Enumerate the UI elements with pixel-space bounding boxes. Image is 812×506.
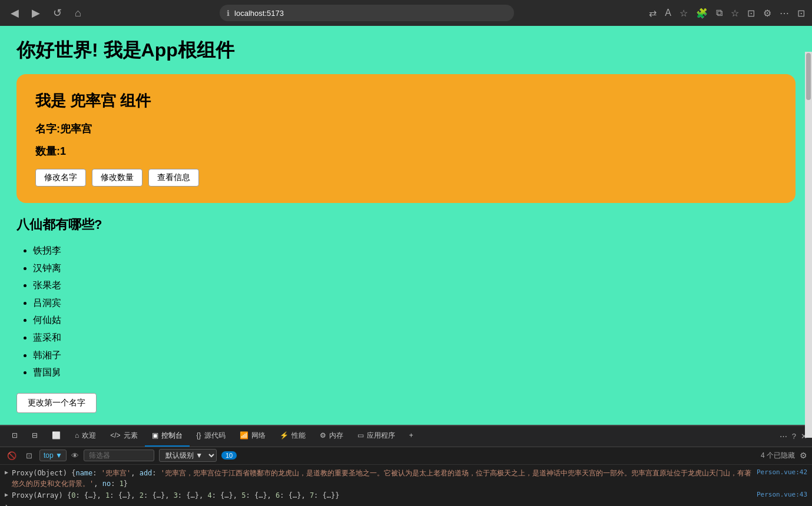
- view-info-button[interactable]: 查看信息: [148, 169, 199, 187]
- font-icon[interactable]: A: [665, 8, 671, 18]
- address-bar[interactable]: ℹ localhost:5173: [220, 5, 514, 21]
- screenshot-icon[interactable]: ⊡: [747, 8, 755, 19]
- console-input-line: ❯: [5, 501, 807, 506]
- nav-back-button[interactable]: ◀: [7, 4, 22, 22]
- nav-forward-button[interactable]: ▶: [28, 4, 44, 22]
- panel-icon: ⬜: [52, 431, 61, 440]
- more-tabs-icon: +: [409, 431, 413, 440]
- list-item: 曹国舅: [33, 364, 796, 381]
- console-line: ▶ Proxy(Array) {0: {…}, 1: {…}, 2: {…}, …: [5, 490, 807, 501]
- immortals-section: 八仙都有哪些? 铁拐李 汉钟离 张果老 吕洞宾 何仙姑 蓝采和 韩湘子 曹国舅 …: [16, 216, 796, 413]
- devtools-tab-application[interactable]: ▭ 应用程序: [350, 425, 402, 447]
- home-icon: ⌂: [75, 431, 79, 440]
- devtools-icon[interactable]: ⚙: [763, 8, 771, 19]
- devtools-tab-panel[interactable]: ⬜: [45, 425, 68, 447]
- devtools-tab-performance[interactable]: ⚡ 性能: [273, 425, 313, 447]
- list-item: 韩湘子: [33, 347, 796, 364]
- scrollbar-thumb[interactable]: [806, 53, 811, 100]
- console-icon: ▣: [152, 431, 158, 440]
- filter-input[interactable]: [84, 450, 154, 461]
- url-text: localhost:5173: [234, 9, 284, 18]
- modify-name-button[interactable]: 修改名字: [35, 169, 86, 187]
- devtools-settings-icon[interactable]: ⚙: [800, 451, 807, 460]
- tab-welcome-label: 欢迎: [82, 431, 96, 441]
- memory-icon: ⚙: [320, 431, 326, 440]
- list-item: 蓝采和: [33, 329, 796, 347]
- top-select[interactable]: top ▼: [39, 450, 67, 461]
- list-item: 吕洞宾: [33, 294, 796, 312]
- perf-icon: ⚡: [280, 431, 289, 440]
- expand-icon[interactable]: ▶: [5, 490, 8, 499]
- split-icon[interactable]: ⧉: [716, 8, 722, 18]
- app-icon: ▭: [357, 431, 364, 440]
- collapse-console-button[interactable]: ⊡: [24, 450, 35, 461]
- list-item: 汉钟离: [33, 259, 796, 277]
- tab-console-label: 控制台: [161, 431, 183, 441]
- console-source-2[interactable]: Person.vue:43: [757, 490, 807, 500]
- console-text: Proxy(Array) {0: {…}, 1: {…}, 2: {…}, 3:…: [12, 490, 753, 501]
- elements-icon: </>: [110, 431, 120, 440]
- expand-icon[interactable]: ▶: [5, 468, 8, 477]
- devtools-toolbar: 🚫 ⊡ top ▼ 👁 默认级别 ▼ 10 4 个已隐藏 ⚙: [0, 447, 812, 465]
- tab-sources-label: 源代码: [204, 431, 226, 441]
- devtools-tab-dock2[interactable]: ⊟: [25, 425, 45, 447]
- devtools-tabs-right: ⋯ ? ✕: [780, 432, 807, 441]
- star-icon[interactable]: ☆: [680, 8, 688, 19]
- page-scrollbar[interactable]: [805, 52, 812, 438]
- devtools-tabs: ⊡ ⊟ ⬜ ⌂ 欢迎 </> 元素 ▣ 控制台 {} 源代码 📶 网络 ⚡: [0, 426, 812, 447]
- devtools-tab-memory[interactable]: ⚙ 内存: [313, 425, 350, 447]
- component-card: 我是 兜率宫 组件 名字:兜率宫 数量:1 修改名字 修改数量 查看信息: [16, 74, 796, 203]
- clear-console-button[interactable]: 🚫: [5, 450, 19, 461]
- change-first-name-button[interactable]: 更改第一个名字: [16, 393, 97, 413]
- devtools-tab-more[interactable]: +: [402, 425, 420, 447]
- tab-application-label: 应用程序: [367, 431, 395, 441]
- immortals-list: 铁拐李 汉钟离 张果老 吕洞宾 何仙姑 蓝采和 韩湘子 曹国舅: [16, 242, 796, 381]
- undock-icon: ⊡: [12, 431, 18, 440]
- count-field: 数量:1: [35, 144, 777, 158]
- more-icon[interactable]: ⋯: [780, 8, 789, 19]
- nav-refresh-button[interactable]: ↺: [49, 4, 65, 22]
- list-item: 何仙姑: [33, 311, 796, 329]
- hidden-count-label: 4 个已隐藏: [761, 451, 795, 461]
- sources-icon: {}: [197, 431, 201, 440]
- console-line: ▶ Proxy(Object) {name: '兜率宫', add: '兜率宫，…: [5, 467, 807, 490]
- immortals-title: 八仙都有哪些?: [16, 216, 796, 234]
- tab-performance-label: 性能: [291, 431, 306, 441]
- console-text: Proxy(Object) {name: '兜率宫', add: '兜率宫，兜率…: [12, 468, 753, 489]
- devtools-tab-network[interactable]: 📶 网络: [233, 425, 273, 447]
- modify-count-button[interactable]: 修改数量: [92, 169, 142, 187]
- dock-icon: ⊟: [32, 431, 38, 440]
- page-title: 你好世界! 我是App根组件: [16, 38, 796, 64]
- page-content: 你好世界! 我是App根组件 我是 兜率宫 组件 名字:兜率宫 数量:1 修改名…: [0, 26, 812, 425]
- extension-icon[interactable]: 🧩: [696, 8, 708, 19]
- tab-memory-label: 内存: [329, 431, 343, 441]
- browser-chrome: ◀ ▶ ↺ ⌂ ℹ localhost:5173 ⇄ A ☆ 🧩 ⧉ ☆ ⊡ ⚙…: [0, 0, 812, 26]
- devtools-console: ▶ Proxy(Object) {name: '兜率宫', add: '兜率宫，…: [0, 465, 812, 506]
- console-source[interactable]: Person.vue:42: [757, 468, 807, 478]
- devtools-tab-dock[interactable]: ⊡: [5, 425, 25, 447]
- devtools-tab-welcome[interactable]: ⌂ 欢迎: [68, 425, 103, 447]
- browser-actions: ⇄ A ☆ 🧩 ⧉ ☆ ⊡ ⚙ ⋯ ⊡: [649, 8, 805, 19]
- devtools-tab-sources[interactable]: {} 源代码: [190, 425, 233, 447]
- devtools-tab-elements[interactable]: </> 元素: [103, 425, 144, 447]
- tab-network-label: 网络: [251, 431, 266, 441]
- devtools-panel: ⊡ ⊟ ⬜ ⌂ 欢迎 </> 元素 ▣ 控制台 {} 源代码 📶 网络 ⚡: [0, 425, 812, 506]
- devtools-tab-console[interactable]: ▣ 控制台: [145, 425, 190, 447]
- nav-home-button[interactable]: ⌂: [71, 5, 85, 22]
- favorites-icon[interactable]: ☆: [731, 8, 739, 19]
- log-level-select[interactable]: 默认级别 ▼: [159, 449, 217, 462]
- component-card-buttons: 修改名字 修改数量 查看信息: [35, 169, 777, 187]
- log-count-badge: 10: [221, 451, 237, 460]
- devtools-more-icon[interactable]: ⋯: [780, 432, 787, 441]
- close-icon[interactable]: ⊡: [797, 8, 805, 19]
- name-field: 名字:兜率宫: [35, 122, 777, 136]
- list-item: 张果老: [33, 277, 796, 294]
- devtools-help-icon[interactable]: ?: [792, 432, 796, 441]
- tab-elements-label: 元素: [124, 431, 138, 441]
- component-card-title: 我是 兜率宫 组件: [35, 91, 777, 111]
- translate-icon[interactable]: ⇄: [649, 8, 657, 19]
- list-item: 铁拐李: [33, 242, 796, 259]
- eye-icon[interactable]: 👁: [71, 451, 79, 460]
- security-icon: ℹ: [227, 9, 230, 18]
- network-icon: 📶: [240, 431, 248, 440]
